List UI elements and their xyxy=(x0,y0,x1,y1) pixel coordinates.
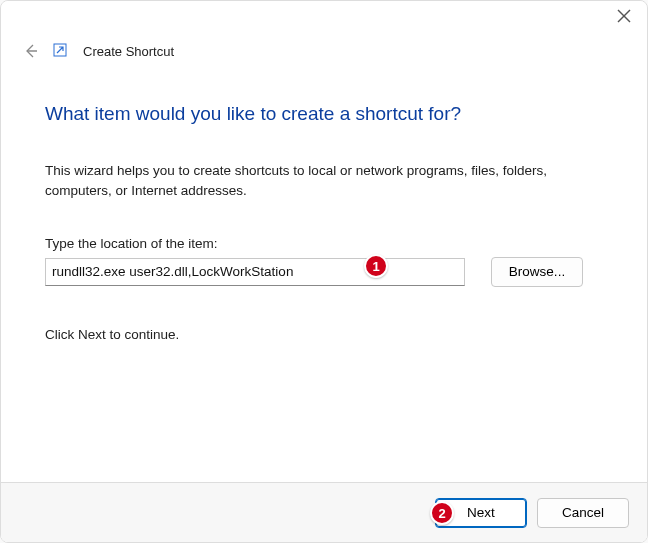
continue-text: Click Next to continue. xyxy=(45,327,603,342)
close-icon[interactable] xyxy=(617,9,631,23)
page-title: Create Shortcut xyxy=(83,44,174,59)
wizard-heading: What item would you like to create a sho… xyxy=(45,103,603,125)
next-button[interactable]: Next xyxy=(435,498,527,528)
content-area: What item would you like to create a sho… xyxy=(1,59,647,482)
cancel-button[interactable]: Cancel xyxy=(537,498,629,528)
header-row: Create Shortcut xyxy=(1,33,647,59)
browse-button[interactable]: Browse... xyxy=(491,257,583,287)
footer: Next Cancel xyxy=(1,482,647,542)
location-label: Type the location of the item: xyxy=(45,236,603,251)
back-arrow-icon[interactable] xyxy=(23,43,39,59)
shortcut-icon xyxy=(53,43,69,59)
wizard-window: Create Shortcut What item would you like… xyxy=(1,1,647,542)
location-input[interactable] xyxy=(45,258,465,286)
location-row: Browse... xyxy=(45,257,603,287)
wizard-description: This wizard helps you to create shortcut… xyxy=(45,161,603,202)
titlebar xyxy=(1,1,647,33)
